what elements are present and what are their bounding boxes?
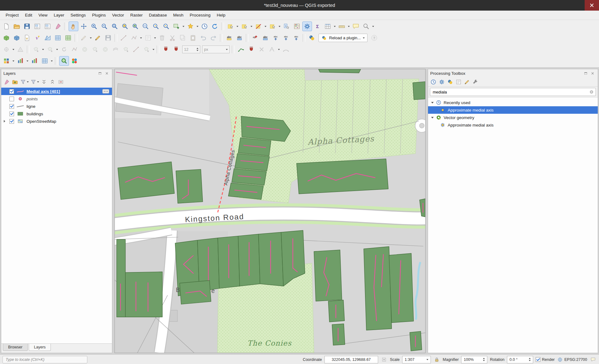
- layer-row-points[interactable]: points: [1, 95, 112, 103]
- zoom-to-layer-icon[interactable]: [130, 22, 140, 31]
- new-temporary-layer-icon[interactable]: [63, 33, 73, 43]
- filter-by-expression-icon[interactable]: [30, 78, 40, 86]
- change-label-icon[interactable]: [291, 33, 301, 43]
- options-icon[interactable]: [471, 78, 480, 86]
- tracing-offset-icon[interactable]: [246, 45, 256, 54]
- zoom-out-icon[interactable]: [100, 22, 109, 31]
- models-icon[interactable]: [438, 78, 446, 86]
- merge-features-dropdown[interactable]: [152, 45, 155, 54]
- render-checkbox[interactable]: [536, 357, 540, 362]
- close-panel-button[interactable]: [104, 70, 110, 76]
- crs-button[interactable]: EPSG:27700: [557, 357, 587, 362]
- new-mesh-layer-icon[interactable]: [43, 33, 52, 43]
- refresh-map-icon[interactable]: [210, 22, 220, 31]
- toggle-editing-icon[interactable]: [93, 33, 103, 43]
- layer-widget-badge[interactable]: [102, 89, 109, 93]
- deselect-features-dropdown[interactable]: [264, 22, 267, 31]
- new-virtual-layer-icon[interactable]: [32, 33, 42, 43]
- show-bookmarks-dropdown[interactable]: [196, 22, 199, 31]
- panel-visibility-icon[interactable]: [16, 56, 25, 66]
- open-project-icon[interactable]: [12, 22, 22, 31]
- coordinate-input[interactable]: 322045.05, 129688.67: [324, 356, 378, 363]
- select-by-value-icon[interactable]: [240, 22, 249, 31]
- collapse-arrow-icon[interactable]: [431, 102, 434, 103]
- layer-row-openstreetmap[interactable]: OpenStreetMap: [1, 117, 112, 125]
- data-source-manager-dropdown[interactable]: [50, 56, 53, 66]
- toolbox-group-vector-geometry[interactable]: Vector geometry: [428, 114, 598, 121]
- zoom-in-icon[interactable]: [89, 22, 99, 31]
- search-features-dropdown[interactable]: [371, 22, 375, 31]
- field-calculator-icon[interactable]: [292, 22, 302, 31]
- pin-labels-icon[interactable]: [250, 33, 260, 43]
- new-geopackage-layer-icon[interactable]: [2, 33, 11, 43]
- collapse-all-icon[interactable]: [48, 78, 56, 86]
- vertex-tool-dropdown[interactable]: [139, 33, 143, 43]
- locator-search-input[interactable]: [2, 356, 87, 363]
- python-console-icon[interactable]: [307, 33, 317, 43]
- float-panel-button[interactable]: [97, 70, 103, 76]
- tab-layers[interactable]: Layers: [29, 344, 51, 351]
- save-project-icon[interactable]: [22, 22, 32, 31]
- select-all-icon[interactable]: [268, 22, 277, 31]
- layer-row-medial-axis[interactable]: Medial axis [401]: [1, 88, 112, 95]
- pan-map-icon[interactable]: [69, 22, 78, 31]
- menu-item-view[interactable]: View: [35, 11, 51, 19]
- clear-search-button[interactable]: [589, 89, 594, 94]
- menu-item-mesh[interactable]: Mesh: [170, 11, 187, 19]
- menu-item-database[interactable]: Database: [146, 11, 170, 19]
- menu-item-layer[interactable]: Layer: [51, 11, 67, 19]
- new-map-view-icon[interactable]: [172, 22, 181, 31]
- menu-item-vector[interactable]: Vector: [109, 11, 127, 19]
- angle-constraint-dropdown[interactable]: [277, 45, 280, 54]
- menu-item-edit[interactable]: Edit: [22, 11, 35, 19]
- measure-line-icon[interactable]: [337, 22, 347, 31]
- data-source-manager-icon[interactable]: [40, 56, 50, 66]
- zoom-to-selection-icon[interactable]: [120, 22, 130, 31]
- select-all-dropdown[interactable]: [278, 22, 281, 31]
- toolbox-group-recently-used[interactable]: Recently used: [428, 99, 598, 106]
- move-feature-dropdown[interactable]: [41, 45, 45, 54]
- zoom-level-plugin-icon[interactable]: [59, 56, 69, 66]
- layer-checkbox[interactable]: [9, 104, 14, 109]
- search-features-icon[interactable]: [361, 22, 371, 31]
- processing-history-icon[interactable]: [429, 78, 437, 86]
- open-layer-styling-icon[interactable]: [2, 78, 11, 86]
- menu-item-settings[interactable]: Settings: [67, 11, 89, 19]
- select-features-icon[interactable]: [226, 22, 235, 31]
- show-map-tips-icon[interactable]: [351, 22, 361, 31]
- plugin-reloader-icon[interactable]: [70, 56, 79, 66]
- open-attribute-table-icon[interactable]: [323, 22, 333, 31]
- new-shapefile-layer-icon[interactable]: [22, 33, 32, 43]
- python-scripts-icon[interactable]: [446, 78, 454, 86]
- layer-row-ligne[interactable]: ligne: [1, 103, 112, 110]
- results-viewer-icon[interactable]: [455, 78, 463, 86]
- measure-line-dropdown[interactable]: [347, 22, 350, 31]
- map-themes-dropdown[interactable]: [12, 56, 15, 66]
- menu-item-raster[interactable]: Raster: [127, 11, 146, 19]
- new-grid-layer-icon[interactable]: [53, 33, 63, 43]
- copy-move-feature-dropdown[interactable]: [55, 45, 59, 54]
- highlight-pinned-labels-icon[interactable]: [261, 33, 270, 43]
- show-bookmarks-icon[interactable]: [186, 22, 195, 31]
- filter-legend-icon[interactable]: [19, 78, 29, 86]
- enable-tracing-icon[interactable]: [236, 45, 246, 54]
- modify-attributes-dropdown[interactable]: [153, 33, 157, 43]
- rotate-label-icon[interactable]: [281, 33, 291, 43]
- style-manager-icon[interactable]: [53, 22, 63, 31]
- layer-checkbox[interactable]: [9, 112, 14, 116]
- render-toggle[interactable]: Render: [536, 357, 555, 362]
- new-project-icon[interactable]: [2, 22, 11, 31]
- menu-item-help[interactable]: Help: [214, 11, 229, 19]
- show-layout-manager-icon[interactable]: [43, 22, 52, 31]
- extent-toggle-button[interactable]: [381, 356, 387, 363]
- advanced-digitizing-dropdown[interactable]: [12, 45, 15, 54]
- layer-row-buildings[interactable]: buildings: [1, 110, 112, 117]
- show-statistics-icon[interactable]: [313, 22, 322, 31]
- map-themes-icon[interactable]: [2, 56, 11, 66]
- toolbox-item-approximate-medial-axis-2[interactable]: Approximate medial axis: [428, 121, 598, 129]
- close-button[interactable]: [585, 0, 599, 11]
- panel-visibility-dropdown[interactable]: [26, 56, 29, 66]
- deselect-features-icon[interactable]: [254, 22, 263, 31]
- scale-combo[interactable]: 1:307: [402, 356, 431, 363]
- magnifier-spinbox[interactable]: 100%: [461, 356, 487, 363]
